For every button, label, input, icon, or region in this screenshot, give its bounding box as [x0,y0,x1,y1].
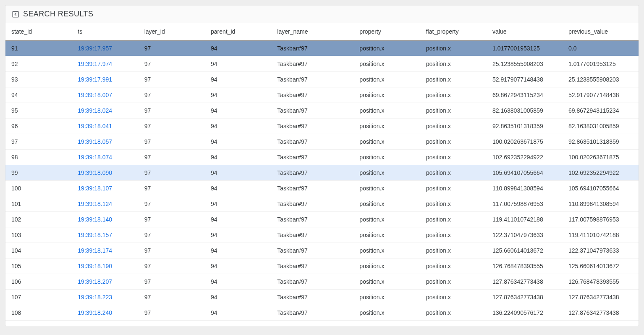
cell-flat_property: position.x [420,56,487,72]
table-body: 9119:39:17.9579794Taskbar#97position.xpo… [5,40,639,321]
cell-ts[interactable]: 19:39:18.090 [72,165,138,181]
cell-property: position.x [353,134,420,150]
table-row[interactable]: 10419:39:18.1749794Taskbar#97position.xp… [5,243,639,259]
cell-property: position.x [353,56,420,72]
table-row[interactable]: 10319:39:18.1579794Taskbar#97position.xp… [5,227,639,243]
svg-rect-0 [13,11,18,17]
timestamp-link[interactable]: 19:39:18.107 [78,185,112,192]
cell-ts[interactable]: 19:39:18.207 [72,274,138,290]
timestamp-link[interactable]: 19:39:18.041 [78,123,112,129]
cell-state_id: 91 [5,40,72,56]
cell-ts[interactable]: 19:39:18.190 [72,259,138,274]
cell-layer_name: Taskbar#97 [271,243,353,259]
cell-ts[interactable]: 19:39:17.974 [72,56,138,72]
timestamp-link[interactable]: 19:39:18.024 [78,107,112,114]
cell-ts[interactable]: 19:39:18.240 [72,305,138,321]
results-table: state_idtslayer_idparent_idlayer_namepro… [5,23,639,321]
cell-parent_id: 94 [205,181,271,196]
cell-ts[interactable]: 19:39:17.957 [72,40,138,56]
cell-property: position.x [353,103,420,119]
timestamp-link[interactable]: 19:39:17.957 [78,45,112,52]
cell-ts[interactable]: 19:39:18.107 [72,181,138,196]
cell-previous_value: 127.876342773438 [563,305,639,321]
cell-ts[interactable]: 19:39:18.041 [72,119,138,134]
timestamp-link[interactable]: 19:39:17.991 [78,76,112,83]
cell-layer_id: 97 [139,165,205,181]
cell-value: 119.411010742188 [487,212,563,227]
cell-previous_value: 117.007598876953 [563,212,639,227]
table-row[interactable]: 9519:39:18.0249794Taskbar#97position.xpo… [5,103,639,119]
column-header-layer_id[interactable]: layer_id [139,23,205,40]
timestamp-link[interactable]: 19:39:18.223 [78,294,112,301]
cell-layer_name: Taskbar#97 [271,274,353,290]
timestamp-link[interactable]: 19:39:18.157 [78,232,112,238]
column-header-property[interactable]: property [353,23,420,40]
column-header-ts[interactable]: ts [72,23,138,40]
column-header-value[interactable]: value [487,23,563,40]
cell-layer_name: Taskbar#97 [271,196,353,212]
cell-state_id: 102 [5,212,72,227]
table-row[interactable]: 10619:39:18.2079794Taskbar#97position.xp… [5,274,639,290]
table-row[interactable]: 10819:39:18.2409794Taskbar#97position.xp… [5,305,639,321]
cell-ts[interactable]: 19:39:18.007 [72,87,138,103]
cell-property: position.x [353,165,420,181]
cell-ts[interactable]: 19:39:18.074 [72,150,138,165]
table-row[interactable]: 10519:39:18.1909794Taskbar#97position.xp… [5,259,639,274]
cell-flat_property: position.x [420,212,487,227]
cell-ts[interactable]: 19:39:18.174 [72,243,138,259]
cell-ts[interactable]: 19:39:18.057 [72,134,138,150]
timestamp-link[interactable]: 19:39:18.124 [78,200,112,207]
cell-ts[interactable]: 19:39:17.991 [72,72,138,87]
cell-ts[interactable]: 19:39:18.140 [72,212,138,227]
table-row[interactable]: 9919:39:18.0909794Taskbar#97position.xpo… [5,165,639,181]
cell-layer_id: 97 [139,87,205,103]
column-header-layer_name[interactable]: layer_name [271,23,353,40]
table-row[interactable]: 9419:39:18.0079794Taskbar#97position.xpo… [5,87,639,103]
timestamp-link[interactable]: 19:39:18.190 [78,263,112,269]
cell-flat_property: position.x [420,305,487,321]
timestamp-link[interactable]: 19:39:18.140 [78,216,112,223]
timestamp-link[interactable]: 19:39:18.240 [78,309,112,316]
column-header-state_id[interactable]: state_id [5,23,72,40]
timestamp-link[interactable]: 19:39:18.207 [78,278,112,285]
table-row[interactable]: 10219:39:18.1409794Taskbar#97position.xp… [5,212,639,227]
cell-flat_property: position.x [420,40,487,56]
cell-state_id: 103 [5,227,72,243]
table-row[interactable]: 9719:39:18.0579794Taskbar#97position.xpo… [5,134,639,150]
cell-layer_name: Taskbar#97 [271,259,353,274]
cell-ts[interactable]: 19:39:18.223 [72,290,138,305]
timestamp-link[interactable]: 19:39:18.007 [78,92,112,98]
cell-ts[interactable]: 19:39:18.124 [72,196,138,212]
cell-state_id: 93 [5,72,72,87]
cell-property: position.x [353,40,420,56]
timestamp-link[interactable]: 19:39:18.057 [78,138,112,145]
cell-state_id: 108 [5,305,72,321]
cell-ts[interactable]: 19:39:18.157 [72,227,138,243]
cell-previous_value: 25.1238555908203 [563,72,639,87]
cell-state_id: 99 [5,165,72,181]
timestamp-link[interactable]: 19:39:18.174 [78,247,112,254]
column-header-parent_id[interactable]: parent_id [205,23,271,40]
cell-previous_value: 126.768478393555 [563,274,639,290]
cell-parent_id: 94 [205,150,271,165]
table-row[interactable]: 9319:39:17.9919794Taskbar#97position.xpo… [5,72,639,87]
timestamp-link[interactable]: 19:39:17.974 [78,61,112,67]
timestamp-link[interactable]: 19:39:18.090 [78,169,112,176]
panel-collapse-icon[interactable] [11,10,20,18]
table-row[interactable]: 9619:39:18.0419794Taskbar#97position.xpo… [5,119,639,134]
table-row[interactable]: 10119:39:18.1249794Taskbar#97position.xp… [5,196,639,212]
cell-value: 127.876342773438 [487,290,563,305]
table-row[interactable]: 9119:39:17.9579794Taskbar#97position.xpo… [5,40,639,56]
table-row[interactable]: 9219:39:17.9749794Taskbar#97position.xpo… [5,56,639,72]
column-header-previous_value[interactable]: previous_value [563,23,639,40]
timestamp-link[interactable]: 19:39:18.074 [78,154,112,161]
table-row[interactable]: 10019:39:18.1079794Taskbar#97position.xp… [5,181,639,196]
cell-layer_id: 97 [139,274,205,290]
cell-parent_id: 94 [205,56,271,72]
table-scroll-container[interactable]: state_idtslayer_idparent_idlayer_namepro… [5,23,639,326]
column-header-flat_property[interactable]: flat_property [420,23,487,40]
cell-ts[interactable]: 19:39:18.024 [72,103,138,119]
table-row[interactable]: 9819:39:18.0749794Taskbar#97position.xpo… [5,150,639,165]
cell-layer_id: 97 [139,56,205,72]
table-row[interactable]: 10719:39:18.2239794Taskbar#97position.xp… [5,290,639,305]
